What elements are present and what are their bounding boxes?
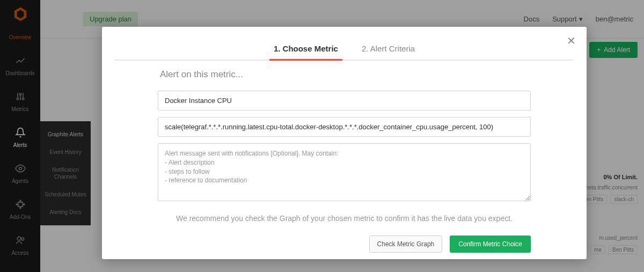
create-alert-modal: ✕ 1. Choose Metric 2. Alert Criteria Ale… bbox=[102, 27, 587, 259]
modal-body: Alert on this metric... We recommend you… bbox=[115, 61, 574, 223]
alert-name-input[interactable] bbox=[158, 91, 531, 111]
close-button[interactable]: ✕ bbox=[567, 34, 576, 47]
close-icon: ✕ bbox=[567, 35, 576, 47]
metric-query-input[interactable] bbox=[158, 117, 531, 137]
alert-message-textarea[interactable] bbox=[158, 143, 531, 201]
modal-actions: Check Metric Graph Confirm Metric Choice bbox=[115, 236, 574, 253]
confirm-metric-choice-button[interactable]: Confirm Metric Choice bbox=[450, 236, 531, 253]
modal-subtitle: Alert on this metric... bbox=[160, 69, 531, 80]
tab-alert-criteria[interactable]: 2. Alert Criteria bbox=[360, 39, 417, 60]
check-metric-graph-button[interactable]: Check Metric Graph bbox=[369, 236, 443, 253]
modal-hint: We recommend you check the Graph of your… bbox=[158, 214, 531, 223]
modal-tabs: 1. Choose Metric 2. Alert Criteria bbox=[115, 39, 574, 61]
tab-choose-metric[interactable]: 1. Choose Metric bbox=[272, 39, 340, 60]
